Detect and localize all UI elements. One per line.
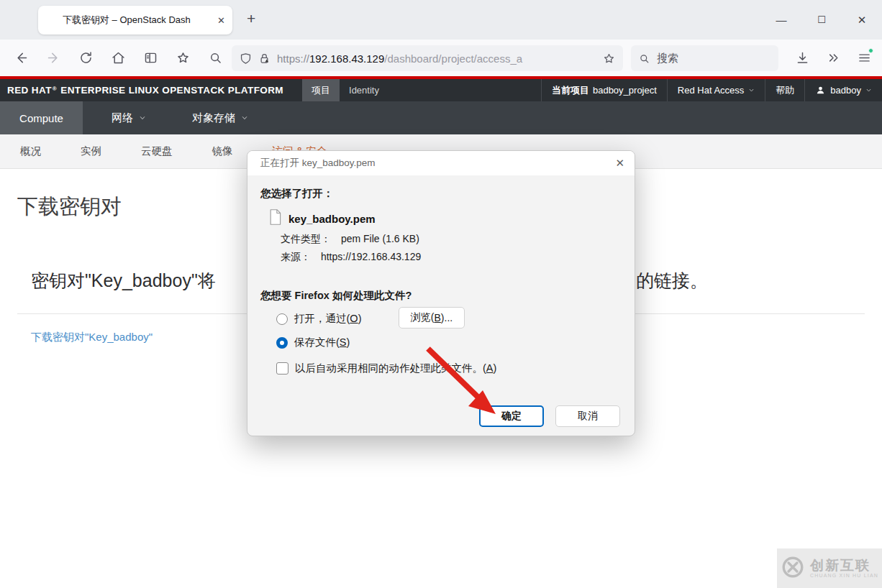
- user-menu[interactable]: badboy: [804, 79, 882, 101]
- tab-identity[interactable]: Identity: [340, 79, 388, 101]
- open-with-row: 打开，通过(O) 浏览(B)...: [276, 312, 361, 326]
- save-file-label[interactable]: 保存文件(S): [294, 336, 350, 349]
- chevron-down-icon: [865, 87, 872, 93]
- watermark: 创新互联 CHUANG XIN HU LIAN: [777, 548, 882, 588]
- save-file-radio[interactable]: [276, 337, 288, 349]
- titlebar: 下载密钥对 – OpenStack Dash ✕ + — ☐ ✕: [0, 0, 882, 40]
- logo-main: RED HAT: [7, 85, 52, 96]
- url-bar[interactable]: https://192.168.43.129/dashboard/project…: [232, 45, 623, 71]
- menu-notification-dot: [868, 48, 873, 53]
- search-placeholder: 搜索: [657, 52, 678, 65]
- maximize-button[interactable]: ☐: [801, 0, 842, 40]
- remember-checkbox[interactable]: [276, 362, 288, 375]
- bookmark-star-icon[interactable]: [602, 52, 616, 65]
- search-box[interactable]: 搜索: [631, 45, 778, 71]
- file-type-row: 文件类型： pem File (1.6 KB): [281, 233, 419, 246]
- help-link[interactable]: 帮助: [765, 79, 804, 101]
- bookmarks-icon[interactable]: [171, 46, 195, 70]
- question-label: 您想要 Firefox 如何处理此文件?: [260, 289, 412, 303]
- lock-warning-icon[interactable]: [258, 52, 271, 65]
- redhat-logo: RED HAT® ENTERPRISE LINUX OPENSTACK PLAT…: [0, 79, 302, 101]
- keypair-message-right: 的链接。: [636, 269, 708, 293]
- current-project: 当前项目 badboy_project: [541, 79, 667, 101]
- file-row: key_badboy.pem: [268, 208, 376, 229]
- source-value: https://192.168.43.129: [321, 251, 421, 262]
- chevron-down-icon: [241, 114, 248, 121]
- close-button[interactable]: ✕: [842, 0, 882, 40]
- firefox-window: 下载密钥对 – OpenStack Dash ✕ + — ☐ ✕ http: [0, 0, 882, 588]
- url-path: /dashboard/project/access_a: [384, 52, 522, 65]
- overflow-chevrons-icon[interactable]: [821, 45, 845, 70]
- subnav-object-store[interactable]: 对象存储: [175, 101, 265, 134]
- file-icon: [268, 208, 282, 229]
- url-domain: 192.168.43.129: [309, 52, 384, 65]
- url-text[interactable]: https://192.168.43.129/dashboard/project…: [277, 52, 598, 65]
- page-title: 下载密钥对: [17, 193, 122, 221]
- watermark-subtitle: CHUANG XIN HU LIAN: [810, 573, 878, 578]
- toolbar-right: [790, 45, 876, 70]
- logo-rest: ENTERPRISE LINUX OPENSTACK PLATFORM: [60, 85, 283, 96]
- nav-tab-instances[interactable]: 实例: [81, 144, 101, 158]
- watermark-text: 创新互联 CHUANG XIN HU LIAN: [810, 559, 878, 578]
- remember-row: 以后自动采用相同的动作处理此类文件。(A): [276, 362, 496, 375]
- subnav: Compute 网络 对象存储: [0, 101, 882, 134]
- new-tab-button[interactable]: +: [247, 10, 255, 27]
- chevron-down-icon: [748, 87, 755, 93]
- nav-tab-volumes[interactable]: 云硬盘: [141, 144, 173, 158]
- chosen-open-label: 您选择了打开：: [260, 187, 334, 201]
- dialog-titlebar[interactable]: 正在打开 key_badboy.pem ✕: [247, 151, 635, 175]
- reload-icon[interactable]: [73, 46, 98, 70]
- nav-tab-overview[interactable]: 概况: [20, 144, 41, 158]
- browser-tab[interactable]: 下载密钥对 – OpenStack Dash ✕: [38, 6, 232, 35]
- user-icon: [815, 85, 826, 96]
- chevron-down-icon: [139, 114, 146, 121]
- current-project-label: 当前项目: [552, 84, 589, 97]
- browser-toolbar: https://192.168.43.129/dashboard/project…: [0, 40, 882, 76]
- tab-project[interactable]: 项目: [302, 79, 340, 101]
- search-icon: [638, 52, 650, 65]
- tracking-shield-icon[interactable]: [239, 52, 253, 65]
- current-project-value: badboy_project: [593, 85, 657, 96]
- download-keypair-link[interactable]: 下载密钥对"Key_badboy": [31, 331, 153, 344]
- ok-button[interactable]: 确定: [479, 405, 544, 427]
- open-with-radio[interactable]: [276, 313, 288, 325]
- dialog-close-icon[interactable]: ✕: [615, 157, 624, 170]
- file-type-value: pem File (1.6 KB): [341, 233, 419, 244]
- brandbar-right: 当前项目 badboy_project Red Hat Access 帮助 ba…: [541, 79, 882, 101]
- source-row: 来源： https://192.168.43.129: [281, 251, 421, 264]
- open-with-label[interactable]: 打开，通过(O): [294, 312, 361, 326]
- sidebar-icon[interactable]: [138, 46, 163, 70]
- download-dialog: 正在打开 key_badboy.pem ✕ 您选择了打开： key_badboy…: [247, 150, 635, 436]
- logo-registered-mark: ®: [53, 86, 57, 92]
- redhat-access-menu[interactable]: Red Hat Access: [667, 79, 765, 101]
- tab-title: 下载密钥对 – OpenStack Dash: [63, 14, 212, 27]
- window-controls: — ☐ ✕: [761, 0, 882, 40]
- downloads-icon[interactable]: [790, 45, 814, 70]
- subnav-network[interactable]: 网络: [94, 101, 163, 134]
- remember-label[interactable]: 以后自动采用相同的动作处理此类文件。(A): [295, 362, 496, 375]
- source-label: 来源：: [281, 251, 311, 262]
- watermark-logo-icon: [781, 555, 805, 582]
- brandbar: RED HAT® ENTERPRISE LINUX OPENSTACK PLAT…: [0, 79, 882, 101]
- keypair-message-left: 密钥对"Key_badboy"将: [31, 269, 216, 293]
- browse-button[interactable]: 浏览(B)...: [399, 307, 465, 329]
- menu-hamburger-icon[interactable]: [852, 45, 876, 70]
- minimize-button[interactable]: —: [761, 0, 801, 40]
- page-search-icon[interactable]: [203, 46, 227, 70]
- file-name: key_badboy.pem: [288, 213, 376, 225]
- tab-close-icon[interactable]: ✕: [217, 15, 225, 26]
- file-type-label: 文件类型：: [281, 233, 331, 244]
- save-file-row: 保存文件(S): [276, 336, 350, 349]
- forward-icon[interactable]: [41, 46, 65, 70]
- nav-tab-images[interactable]: 镜像: [212, 144, 233, 158]
- home-icon[interactable]: [106, 46, 130, 70]
- cancel-button[interactable]: 取消: [555, 405, 620, 427]
- back-icon[interactable]: [9, 46, 33, 70]
- dialog-title: 正在打开 key_badboy.pem: [260, 157, 376, 170]
- watermark-name: 创新互联: [810, 559, 878, 573]
- url-scheme: https://: [277, 52, 309, 65]
- subnav-compute[interactable]: Compute: [0, 101, 83, 134]
